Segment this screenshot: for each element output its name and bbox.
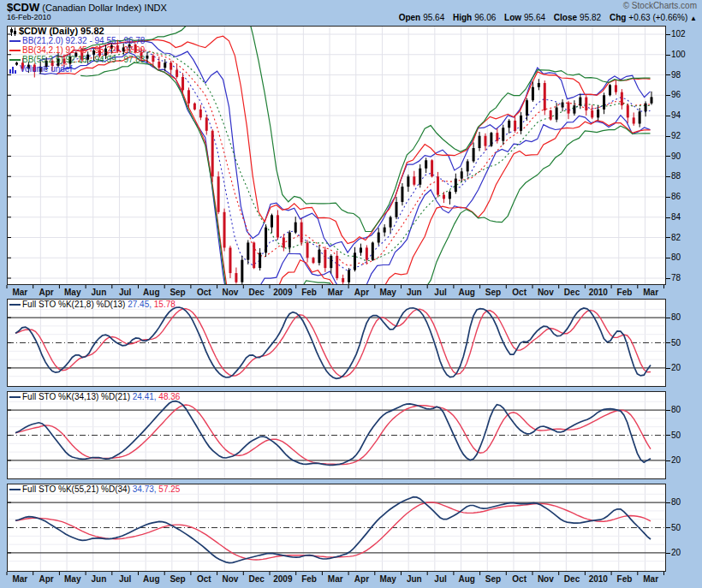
candle-body — [271, 215, 273, 227]
stoch-34-13-title: Full STO %K(34,13) %D(21) — [22, 392, 130, 401]
stoch-21-8-legend: Full STO %K(21,8) %D(13) 27.45, 15.78 — [9, 300, 176, 309]
month-label: Jul — [119, 288, 131, 297]
stoch-34-13-svg — [7, 391, 666, 479]
stoch-y-axis-label: 80 — [666, 405, 681, 414]
stoch-k-line-swatch — [9, 396, 21, 398]
x-axis-month-strip-top: MarAprMayJunJulAugSepOctNovDec2009FebMar… — [0, 285, 702, 299]
stoch-k-line-swatch — [9, 489, 21, 490]
candle-body — [396, 202, 398, 217]
month-label: May — [379, 288, 396, 297]
candle-body — [235, 273, 237, 282]
month-label: Dec — [248, 288, 264, 297]
candle-body — [449, 192, 451, 199]
month-label: Nov — [538, 288, 554, 297]
candle-body — [164, 62, 166, 68]
month-label: May — [64, 288, 80, 297]
month-label: Oct — [197, 574, 211, 584]
candle-body — [585, 98, 587, 110]
stoch-y-axis-label: 20 — [666, 548, 681, 557]
candle-body — [300, 223, 303, 243]
candle-body — [318, 250, 320, 263]
candle-body — [152, 56, 154, 62]
candle-body — [651, 97, 653, 103]
price-y-axis-label: 88 — [666, 171, 681, 181]
month-label: Dec — [564, 288, 580, 297]
month-label: Jul — [119, 574, 131, 584]
bb21-line-swatch — [9, 40, 21, 42]
candle-body — [277, 215, 279, 237]
year-label: 2009 — [273, 574, 292, 584]
candle-body — [615, 85, 617, 92]
year-label: 2010 — [589, 288, 608, 297]
candle-body — [496, 133, 498, 141]
stoch-55-21-title: Full STO %K(55,21) %D(34) — [22, 484, 130, 494]
low-value: 95.64 — [524, 13, 545, 22]
candle-body — [556, 108, 558, 120]
price-y-axis-label: 90 — [666, 151, 681, 161]
price-y-axis-label: 94 — [666, 110, 681, 120]
month-label: Oct — [512, 574, 526, 584]
month-label: Jul — [434, 574, 446, 584]
candle-body — [579, 98, 581, 106]
price-y-axis-label: 80 — [666, 252, 681, 262]
stoch-21-8-k-value: 27.45, — [128, 300, 152, 309]
candle-body — [217, 176, 220, 212]
candle-body — [461, 171, 463, 178]
month-label: Oct — [512, 288, 526, 297]
change-up-arrow-icon: ▲ — [690, 15, 697, 22]
stoch-55-21-svg — [7, 484, 666, 572]
candlestick-icon — [9, 27, 17, 36]
candle-body — [324, 250, 326, 268]
stoch-y-axis-label: 80 — [666, 312, 681, 322]
price-y-axis-label: 96 — [666, 90, 681, 99]
month-label: Mar — [12, 574, 27, 584]
price-y-axis-label: 82 — [666, 233, 681, 242]
bb34-legend-text: BB(34,2.1) 92.45 - 95.22 - 97.99 — [22, 45, 145, 55]
stoch-34-13-d-value: 48.36 — [158, 392, 180, 401]
candle-body — [336, 256, 338, 278]
candle-body — [176, 70, 178, 77]
stoch-y-axis-label: 20 — [666, 363, 681, 372]
candle-body — [431, 160, 433, 176]
month-label: Nov — [222, 574, 238, 584]
price-legend: $CDW (Daily) 95.82 BB(21,2.0) 92.32 - 94… — [9, 27, 145, 74]
candle-body — [378, 233, 380, 243]
stoch-y-axis-label: 50 — [666, 523, 681, 532]
bb55-line-swatch — [9, 59, 21, 61]
price-y-axis-label: 98 — [666, 70, 681, 80]
candle-body — [390, 217, 392, 228]
open-label: Open — [399, 13, 421, 22]
stoch-21-8-panel: Full STO %K(21,8) %D(13) 27.45, 15.78 — [7, 299, 666, 387]
candle-body — [170, 62, 172, 69]
candle-body — [639, 111, 641, 123]
change-label: Chg — [610, 13, 626, 22]
candle-body — [181, 77, 184, 90]
candle-body — [526, 100, 528, 116]
stoch-34-13-k-value: 24.41, — [133, 392, 157, 401]
chart-date: 16-Feb-2010 — [7, 13, 51, 21]
candle-body — [633, 117, 635, 123]
candle-body — [502, 128, 504, 140]
candle-body — [401, 187, 403, 202]
month-label: Feb — [617, 574, 633, 584]
candle-body — [490, 133, 492, 146]
candle-body — [259, 252, 261, 268]
candle-body — [283, 238, 285, 248]
ohlc-quote: Open95.64 High96.06 Low95.64 Close95.82 … — [393, 13, 697, 22]
stoch-34-13-panel: Full STO %K(34,13) %D(21) 24.41, 48.36 — [7, 391, 666, 479]
stoch-34-13-legend: Full STO %K(34,13) %D(21) 24.41, 48.36 — [9, 392, 180, 401]
month-label: Jun — [407, 288, 422, 297]
candle-body — [223, 212, 226, 248]
year-label: 2010 — [589, 574, 608, 584]
stoch-55-21-panel: Full STO %K(55,21) %D(34) 34.73, 57.25 — [7, 484, 666, 572]
month-label: Jun — [92, 574, 107, 584]
symbol-ticker: $CDW — [7, 1, 39, 14]
candle-body — [609, 85, 611, 95]
candle-body — [603, 95, 605, 110]
stoch-55-21-d-value: 57.25 — [158, 484, 180, 494]
candle-body — [342, 278, 344, 282]
price-y-axis-label: 84 — [666, 212, 681, 222]
candle-body — [437, 176, 439, 194]
candle-body — [562, 103, 564, 108]
open-value: 95.64 — [423, 13, 444, 22]
